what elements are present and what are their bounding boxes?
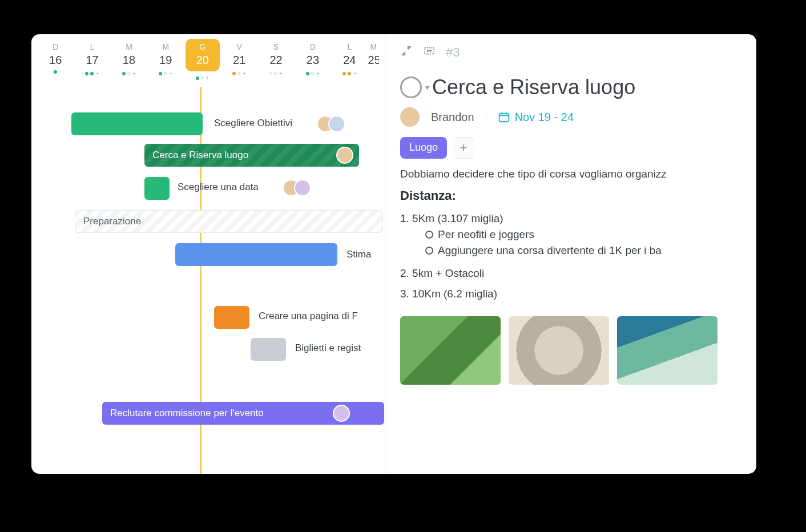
- day-number: 17: [74, 54, 110, 67]
- task-label: Scegliere Obiettivi: [214, 118, 292, 129]
- day-of-week: L: [331, 42, 368, 51]
- assignee-name[interactable]: Brandon: [431, 111, 474, 124]
- task-label: Cerca e Riserva luogo: [152, 150, 248, 161]
- task-label: Biglietti e regist: [295, 342, 361, 354]
- day-number: 20: [188, 54, 217, 67]
- day-24[interactable]: L 24 +: [331, 42, 368, 81]
- list-subitem[interactable]: Per neofiti e joggers: [425, 228, 741, 241]
- status-toggle[interactable]: [400, 76, 422, 98]
- distance-list: 1. 5Km (3.107 miglia) Per neofiti e jogg…: [385, 212, 756, 300]
- day-17[interactable]: L 17 +: [74, 42, 110, 81]
- day-number: 23: [295, 54, 331, 67]
- task-bar-biglietti[interactable]: [251, 338, 286, 361]
- day-number: 16: [37, 54, 74, 67]
- day-of-week: G: [188, 42, 217, 51]
- bullet-icon: [425, 231, 433, 239]
- day-23[interactable]: D 23 +: [295, 42, 331, 81]
- day-25[interactable]: M 25: [368, 42, 380, 81]
- calendar-header: D 16 L 17 + M 18 + M 19 + G: [31, 34, 385, 87]
- list-item[interactable]: 2. 5km + Ostacoli: [400, 267, 741, 280]
- list-item[interactable]: 3. 10Km (6.2 miglia): [400, 288, 741, 300]
- attachments-row: [385, 304, 756, 397]
- task-bar-obiettivi[interactable]: [71, 112, 203, 135]
- calendar-icon: [498, 111, 510, 123]
- date-range-text: Nov 19 - 24: [515, 111, 574, 124]
- svg-rect-1: [499, 114, 509, 122]
- list-subitem-text: Aggiungere una corsa divertente di 1K pe…: [438, 244, 662, 257]
- divider: [486, 109, 486, 125]
- timeline-pane: D 16 L 17 + M 18 + M 19 + G: [31, 34, 385, 474]
- day-of-week: D: [37, 42, 74, 51]
- add-tag-button[interactable]: +: [453, 137, 474, 159]
- description[interactable]: Dobbiamo decidere che tipo di corsa vogl…: [385, 168, 756, 188]
- day-16[interactable]: D 16: [37, 42, 74, 81]
- tag-luogo[interactable]: Luogo: [400, 137, 447, 159]
- section-label: Preparazione: [83, 216, 141, 227]
- task-bar-data[interactable]: [144, 177, 170, 200]
- day-19[interactable]: M 19 +: [147, 42, 184, 81]
- day-of-week: M: [111, 42, 147, 51]
- task-title[interactable]: Cerca e Riserva luogo: [432, 75, 635, 99]
- day-of-week: M: [368, 42, 380, 51]
- task-bar-facebook[interactable]: [214, 306, 249, 329]
- avatar[interactable]: [328, 115, 345, 132]
- day-of-week: S: [257, 42, 294, 51]
- detail-pane: #3 Cerca e Riserva luogo Brandon Nov 19 …: [385, 34, 756, 474]
- day-number: 24: [331, 54, 368, 67]
- list-subitem-text: Per neofiti e joggers: [438, 228, 534, 241]
- day-of-week: L: [74, 42, 110, 51]
- day-of-week: D: [295, 42, 331, 51]
- task-label: Scegliere una data: [178, 182, 259, 193]
- attachment-thumb[interactable]: [617, 316, 718, 385]
- timeline-body: Scegliere Obiettivi Cerca e Riserva luog…: [31, 87, 385, 474]
- avatar[interactable]: [333, 405, 350, 422]
- day-of-week: V: [221, 42, 257, 51]
- bullet-icon: [425, 247, 433, 255]
- day-number: 22: [257, 54, 294, 67]
- day-number: 25: [368, 54, 380, 67]
- attachment-thumb[interactable]: [400, 316, 501, 385]
- task-label: Stima: [346, 249, 371, 260]
- day-of-week: M: [147, 42, 184, 51]
- day-18[interactable]: M 18 +: [111, 42, 147, 81]
- task-bar-commissione[interactable]: Reclutare commissione per l'evento: [102, 402, 384, 425]
- task-id: #3: [446, 45, 460, 60]
- task-bar-stima[interactable]: [175, 243, 337, 266]
- day-22[interactable]: S 22 +: [257, 42, 294, 81]
- tags-row: Luogo +: [385, 135, 756, 168]
- attachment-thumb[interactable]: [509, 316, 609, 385]
- day-20-selected[interactable]: G 20 +: [184, 42, 221, 81]
- detail-toolbar: #3: [385, 45, 756, 61]
- day-number: 19: [147, 54, 184, 67]
- date-range-chip[interactable]: Nov 19 - 24: [498, 111, 574, 124]
- expand-width-icon[interactable]: [423, 45, 436, 61]
- assignee-avatar[interactable]: [400, 107, 420, 127]
- list-subitem[interactable]: Aggiungere una corsa divertente di 1K pe…: [425, 244, 741, 257]
- avatar[interactable]: [294, 179, 311, 196]
- meta-row: Brandon Nov 19 - 24: [385, 107, 756, 135]
- title-row: Cerca e Riserva luogo: [385, 61, 756, 107]
- day-number: 18: [111, 54, 147, 67]
- section-preparazione[interactable]: Preparazione: [75, 210, 383, 233]
- avatar[interactable]: [336, 147, 353, 164]
- app-card: D 16 L 17 + M 18 + M 19 + G: [31, 34, 756, 474]
- task-bar-riserva-luogo[interactable]: Cerca e Riserva luogo: [144, 144, 359, 167]
- task-label: Creare una pagina di F: [259, 311, 358, 322]
- collapse-icon[interactable]: [400, 45, 413, 61]
- list-item[interactable]: 1. 5Km (3.107 miglia): [400, 212, 741, 225]
- task-label: Reclutare commissione per l'evento: [110, 408, 264, 419]
- day-number: 21: [221, 54, 257, 67]
- section-heading: Distanza:: [385, 188, 756, 209]
- day-21[interactable]: V 21 +: [221, 42, 257, 81]
